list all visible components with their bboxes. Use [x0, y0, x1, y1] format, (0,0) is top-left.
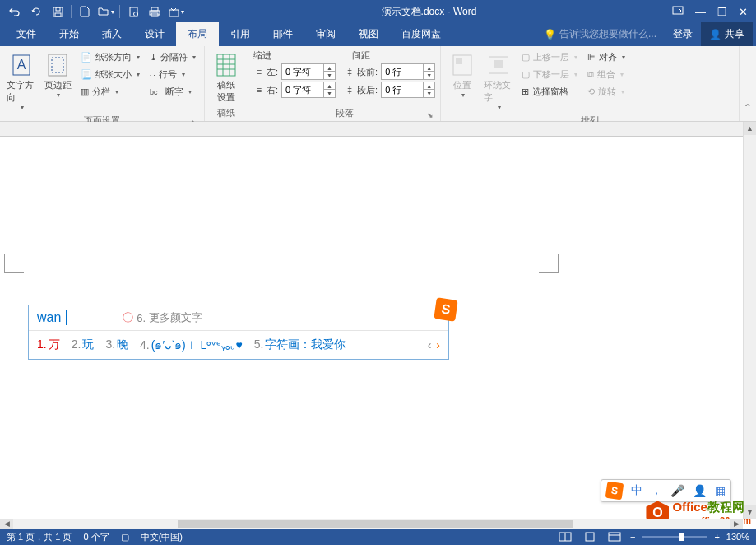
restore-button[interactable]: ❐ — [717, 6, 727, 18]
tab-mailings[interactable]: 邮件 — [262, 22, 304, 46]
sogou-voice-button[interactable]: 🎤 — [670, 484, 684, 497]
space-after-spinner[interactable]: ▲▼ — [381, 82, 435, 98]
spin-up[interactable]: ▲ — [324, 64, 335, 72]
vertical-scrollbar[interactable]: ▲ ▼ — [743, 122, 756, 519]
space-after-input[interactable] — [382, 85, 423, 95]
zoom-slider[interactable] — [642, 536, 707, 538]
save-button[interactable] — [48, 2, 67, 21]
size-button[interactable]: 📃纸张大小▾ — [77, 67, 143, 82]
web-layout-button[interactable] — [605, 530, 624, 543]
zoom-in-button[interactable]: + — [714, 532, 719, 542]
tab-insert[interactable]: 插入 — [90, 22, 133, 46]
tab-references[interactable]: 引用 — [219, 22, 262, 46]
selection-pane-button[interactable]: ⊞选择窗格 — [518, 84, 581, 100]
ribbon-options-button[interactable] — [672, 6, 684, 18]
align-button[interactable]: ⊫对齐▾ — [584, 49, 628, 65]
share-button[interactable]: 👤共享 — [701, 22, 753, 46]
scroll-right-button[interactable]: ▶ — [730, 519, 743, 529]
wrap-text-button[interactable]: 环绕文字▾ — [482, 49, 515, 113]
page-indicator[interactable]: 第 1 页，共 1 页 — [7, 531, 72, 543]
sogou-lang-toggle[interactable]: 中 — [631, 483, 642, 498]
group-manuscript: 稿纸 设置 稿纸 — [205, 46, 248, 121]
tab-review[interactable]: 审阅 — [304, 22, 347, 46]
sogou-skin-button[interactable]: 👤 — [693, 484, 707, 497]
line-numbers-label: 行号 — [159, 68, 177, 81]
document-area[interactable]: wan ⓘ 6. 更多颜文字 S 1.万 2.玩 3.晚 4.(๑′ᴗ‵๑)Ｉ … — [0, 122, 743, 519]
ime-candidate-1[interactable]: 1.万 — [37, 338, 60, 352]
ime-next-page[interactable]: › — [436, 338, 440, 352]
word-count[interactable]: 0 个字 — [83, 531, 109, 543]
undo-button[interactable] — [5, 2, 25, 21]
indent-left-input[interactable] — [282, 67, 323, 77]
svg-rect-22 — [494, 60, 503, 68]
spin-up[interactable]: ▲ — [424, 64, 434, 72]
spin-down[interactable]: ▼ — [324, 90, 335, 97]
print-layout-button[interactable] — [581, 530, 599, 543]
tab-file[interactable]: 文件 — [5, 22, 48, 46]
read-mode-button[interactable] — [556, 530, 574, 543]
print-preview-button[interactable] — [123, 2, 143, 21]
ime-candidate-4[interactable]: 4.(๑′ᴗ‵๑)Ｉ Lᵒᵛᵉᵧₒᵤ♥ — [140, 336, 243, 354]
ime-hint[interactable]: ⓘ 6. 更多颜文字 — [123, 310, 202, 325]
manuscript-label: 稿纸 设置 — [217, 79, 235, 104]
paragraph-dialog-launcher[interactable]: ⬊ — [427, 111, 434, 119]
zoom-level[interactable]: 130% — [726, 532, 749, 542]
sogou-punct-toggle[interactable]: ， — [651, 483, 662, 498]
scroll-track[interactable] — [13, 519, 730, 529]
qat-customize-button[interactable]: ▾ — [166, 2, 186, 21]
spin-up[interactable]: ▲ — [424, 82, 434, 90]
zoom-knob[interactable] — [679, 533, 684, 541]
margins-button[interactable]: 页边距▾ — [41, 49, 74, 100]
ime-candidate-5[interactable]: 5.字符画：我爱你 — [254, 338, 346, 352]
login-button[interactable]: 登录 — [665, 22, 701, 46]
sogou-logo-icon: S — [605, 482, 624, 501]
ime-candidate-3[interactable]: 3.晚 — [105, 338, 128, 352]
tab-design[interactable]: 设计 — [133, 22, 176, 46]
page[interactable]: wan ⓘ 6. 更多颜文字 S 1.万 2.玩 3.晚 4.(๑′ᴗ‵๑)Ｉ … — [0, 137, 743, 519]
collapse-ribbon-button[interactable]: ˆ — [740, 46, 756, 121]
proofing-icon[interactable]: ▢ — [121, 532, 129, 543]
scroll-thumb[interactable] — [178, 520, 573, 528]
indent-right-input[interactable] — [282, 85, 323, 95]
indent-left-spinner[interactable]: ▲▼ — [281, 63, 336, 80]
spin-up[interactable]: ▲ — [324, 82, 335, 90]
columns-button[interactable]: ▥分栏▾ — [77, 84, 143, 100]
hyphenation-button[interactable]: bc⁻断字▾ — [146, 84, 199, 100]
orientation-button[interactable]: 📄纸张方向▾ — [77, 49, 143, 65]
ime-candidate-2[interactable]: 2.玩 — [72, 338, 95, 352]
new-button[interactable] — [75, 2, 95, 21]
text-direction-label: 文字方向 — [7, 79, 36, 104]
redo-button[interactable] — [26, 2, 46, 21]
spin-down[interactable]: ▼ — [424, 90, 434, 97]
open-button[interactable]: ▾ — [96, 2, 116, 21]
scroll-up-button[interactable]: ▲ — [744, 122, 756, 135]
tell-me-search[interactable]: 💡 告诉我您想要做什么... — [536, 27, 665, 41]
language-indicator[interactable]: 中文(中国) — [141, 531, 183, 543]
ime-prev-page[interactable]: ‹ — [428, 338, 432, 352]
horizontal-ruler[interactable] — [0, 122, 743, 137]
zoom-out-button[interactable]: − — [630, 532, 635, 542]
sogou-status-bar[interactable]: S 中 ， 🎤 👤 ▦ — [601, 479, 731, 502]
send-backward-icon: ▢ — [522, 69, 530, 80]
indent-right-spinner[interactable]: ▲▼ — [281, 82, 336, 98]
space-before-input[interactable] — [382, 67, 423, 77]
tab-baidu[interactable]: 百度网盘 — [390, 22, 452, 46]
tab-view[interactable]: 视图 — [347, 22, 390, 46]
space-before-spinner[interactable]: ▲▼ — [381, 63, 435, 80]
breaks-button[interactable]: ⤓分隔符▾ — [146, 49, 199, 65]
ime-candidate-window[interactable]: wan ⓘ 6. 更多颜文字 S 1.万 2.玩 3.晚 4.(๑′ᴗ‵๑)Ｉ … — [28, 305, 449, 360]
position-button[interactable]: 位置▾ — [446, 49, 479, 100]
print-button[interactable] — [145, 2, 165, 21]
minimize-button[interactable]: — — [695, 6, 706, 18]
spin-down[interactable]: ▼ — [324, 72, 335, 79]
sogou-toolbox-button[interactable]: ▦ — [715, 484, 726, 497]
text-direction-button[interactable]: A 文字方向▾ — [5, 49, 38, 113]
manuscript-settings-button[interactable]: 稿纸 设置 — [210, 49, 243, 105]
scroll-left-button[interactable]: ◀ — [0, 519, 13, 529]
tab-home[interactable]: 开始 — [48, 22, 90, 46]
tab-layout[interactable]: 布局 — [176, 22, 219, 46]
horizontal-scrollbar[interactable]: ◀ ▶ — [0, 519, 743, 529]
spin-down[interactable]: ▼ — [424, 72, 434, 79]
close-button[interactable]: ✕ — [739, 6, 748, 18]
line-numbers-button[interactable]: ∷行号▾ — [146, 67, 199, 82]
